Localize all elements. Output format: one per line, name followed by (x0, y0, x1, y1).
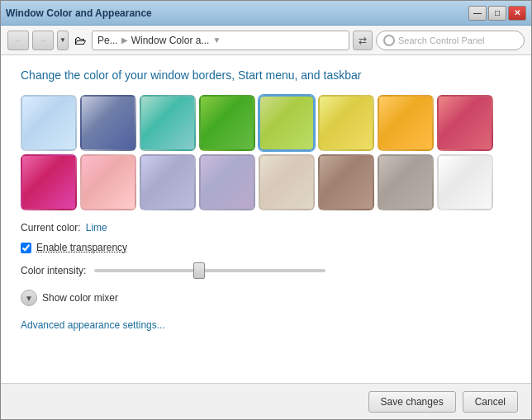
title-bar-title: Window Color and Appearance (6, 7, 152, 19)
minimize-button[interactable]: — (468, 6, 487, 21)
cancel-button[interactable]: Cancel (463, 391, 518, 413)
color-intensity-label: Color intensity: (21, 265, 86, 276)
close-button[interactable]: ✕ (508, 6, 526, 21)
window: Window Color and Appearance — □ ✕ ← → ▼ … (0, 0, 532, 420)
color-swatch-rose[interactable] (437, 95, 493, 151)
color-intensity-row: Color intensity: (21, 265, 511, 276)
advanced-appearance-link[interactable]: Advanced appearance settings... (21, 319, 165, 331)
current-color-value: Lime (86, 222, 107, 234)
color-swatch-warm-gray[interactable] (318, 154, 374, 210)
title-bar: Window Color and Appearance — □ ✕ (1, 1, 531, 26)
content-area: Change the color of your window borders,… (1, 55, 531, 383)
show-color-mixer-row: ▼ Show color mixer (21, 290, 511, 306)
color-swatch-powder-blue[interactable] (140, 154, 196, 210)
color-swatch-marigold[interactable] (378, 95, 434, 151)
footer: Save changes Cancel (1, 383, 531, 419)
forward-button[interactable]: → (32, 31, 54, 50)
color-swatch-sea-foam[interactable] (140, 95, 196, 151)
color-swatch-blush[interactable] (80, 154, 136, 210)
nav-dropdown-button[interactable]: ▼ (57, 31, 69, 50)
back-button[interactable]: ← (7, 31, 29, 50)
color-swatch-gold[interactable] (318, 95, 374, 151)
color-grid (21, 95, 511, 210)
path-part-2: Window Color a... (131, 35, 210, 46)
search-icon (383, 35, 395, 46)
refresh-button[interactable]: ⇄ (353, 31, 373, 50)
maximize-button[interactable]: □ (488, 6, 506, 21)
color-swatch-lime[interactable] (259, 95, 315, 151)
color-swatch-leaf[interactable] (199, 95, 255, 151)
page-title: Change the color of your window borders,… (21, 68, 511, 82)
path-chevron-2: ▼ (212, 35, 221, 45)
color-swatch-fuchsia[interactable] (21, 154, 77, 210)
enable-transparency-checkbox[interactable] (21, 243, 31, 253)
address-path[interactable]: Pe... ▶ Window Color a... ▼ (92, 31, 349, 50)
save-changes-button[interactable]: Save changes (368, 391, 456, 413)
search-placeholder: Search Control Panel (398, 35, 485, 45)
color-swatch-white[interactable] (437, 154, 493, 210)
current-color-label: Current color: (21, 222, 81, 234)
title-bar-controls: — □ ✕ (468, 6, 526, 21)
path-chevron: ▶ (121, 35, 128, 45)
address-bar: ← → ▼ 🗁 Pe... ▶ Window Color a... ▼ ⇄ Se… (1, 26, 531, 55)
path-part-1: Pe... (97, 35, 118, 46)
color-swatch-stone[interactable] (378, 154, 434, 210)
enable-transparency-label[interactable]: Enable transparency (36, 242, 127, 253)
folder-icon: 🗁 (72, 33, 88, 48)
color-swatch-twilight[interactable] (80, 95, 136, 151)
search-box[interactable]: Search Control Panel (376, 31, 525, 50)
color-swatch-thistle[interactable] (199, 154, 255, 210)
current-color-row: Current color: Lime (21, 222, 511, 234)
enable-transparency-row: Enable transparency (21, 242, 511, 253)
show-color-mixer-button[interactable]: ▼ (21, 290, 37, 306)
color-swatch-sky[interactable] (21, 95, 77, 151)
show-color-mixer-label: Show color mixer (42, 292, 118, 304)
color-intensity-slider[interactable] (94, 269, 325, 272)
color-swatch-linen[interactable] (259, 154, 315, 210)
